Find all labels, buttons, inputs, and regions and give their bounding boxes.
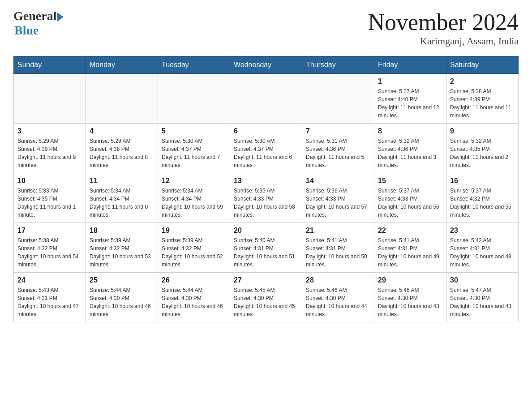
day-info: Sunrise: 5:41 AM Sunset: 4:31 PM Dayligh… — [306, 236, 370, 269]
calendar-week-row: 17Sunrise: 5:38 AM Sunset: 4:32 PM Dayli… — [14, 223, 519, 273]
logo-arrow-icon — [57, 13, 64, 21]
calendar-cell — [302, 74, 374, 124]
day-info: Sunrise: 5:28 AM Sunset: 4:39 PM Dayligh… — [450, 87, 515, 120]
day-info: Sunrise: 5:45 AM Sunset: 4:30 PM Dayligh… — [234, 286, 298, 318]
day-number: 2 — [450, 77, 515, 86]
day-number: 16 — [450, 177, 515, 185]
calendar-week-row: 10Sunrise: 5:33 AM Sunset: 4:35 PM Dayli… — [14, 173, 519, 223]
day-number: 14 — [306, 177, 370, 185]
day-number: 3 — [17, 127, 82, 135]
day-info: Sunrise: 5:44 AM Sunset: 4:30 PM Dayligh… — [162, 286, 226, 318]
day-info: Sunrise: 5:32 AM Sunset: 4:36 PM Dayligh… — [378, 137, 442, 169]
calendar-cell: 18Sunrise: 5:39 AM Sunset: 4:32 PM Dayli… — [86, 223, 158, 273]
day-number: 18 — [90, 227, 154, 235]
day-info: Sunrise: 5:35 AM Sunset: 4:33 PM Dayligh… — [234, 187, 298, 219]
day-number: 28 — [306, 276, 370, 284]
calendar-cell — [14, 74, 86, 124]
calendar-cell: 29Sunrise: 5:46 AM Sunset: 4:30 PM Dayli… — [374, 273, 446, 322]
day-info: Sunrise: 5:46 AM Sunset: 4:30 PM Dayligh… — [378, 286, 442, 318]
day-info: Sunrise: 5:41 AM Sunset: 4:31 PM Dayligh… — [378, 236, 442, 269]
calendar-cell: 11Sunrise: 5:34 AM Sunset: 4:34 PM Dayli… — [86, 173, 158, 223]
calendar-cell: 26Sunrise: 5:44 AM Sunset: 4:30 PM Dayli… — [158, 273, 230, 322]
day-number: 8 — [378, 127, 442, 135]
day-number: 1 — [378, 77, 442, 86]
day-number: 11 — [90, 177, 154, 185]
day-number: 30 — [450, 276, 515, 284]
logo-blue-text: Blue — [14, 23, 39, 38]
calendar-week-row: 24Sunrise: 5:43 AM Sunset: 4:31 PM Dayli… — [14, 273, 519, 322]
day-info: Sunrise: 5:31 AM Sunset: 4:36 PM Dayligh… — [306, 137, 370, 169]
calendar-cell: 2Sunrise: 5:28 AM Sunset: 4:39 PM Daylig… — [446, 74, 519, 124]
day-info: Sunrise: 5:39 AM Sunset: 4:32 PM Dayligh… — [162, 236, 226, 269]
calendar-cell: 4Sunrise: 5:29 AM Sunset: 4:38 PM Daylig… — [86, 124, 158, 173]
calendar-cell: 17Sunrise: 5:38 AM Sunset: 4:32 PM Dayli… — [14, 223, 86, 273]
day-info: Sunrise: 5:27 AM Sunset: 4:40 PM Dayligh… — [378, 87, 442, 120]
day-info: Sunrise: 5:37 AM Sunset: 4:32 PM Dayligh… — [450, 187, 515, 219]
day-number: 10 — [17, 177, 82, 185]
calendar-cell: 23Sunrise: 5:42 AM Sunset: 4:31 PM Dayli… — [446, 223, 519, 273]
day-info: Sunrise: 5:47 AM Sunset: 4:30 PM Dayligh… — [450, 286, 515, 318]
day-info: Sunrise: 5:38 AM Sunset: 4:32 PM Dayligh… — [17, 236, 82, 269]
day-info: Sunrise: 5:32 AM Sunset: 4:35 PM Dayligh… — [450, 137, 515, 169]
calendar-cell: 10Sunrise: 5:33 AM Sunset: 4:35 PM Dayli… — [14, 173, 86, 223]
calendar-cell — [158, 74, 230, 124]
day-number: 6 — [234, 127, 298, 135]
calendar-table: SundayMondayTuesdayWednesdayThursdayFrid… — [13, 56, 519, 322]
calendar-cell: 13Sunrise: 5:35 AM Sunset: 4:33 PM Dayli… — [230, 173, 302, 223]
calendar-cell: 6Sunrise: 5:30 AM Sunset: 4:37 PM Daylig… — [230, 124, 302, 173]
day-number: 7 — [306, 127, 370, 135]
calendar-cell: 8Sunrise: 5:32 AM Sunset: 4:36 PM Daylig… — [374, 124, 446, 173]
calendar-cell: 30Sunrise: 5:47 AM Sunset: 4:30 PM Dayli… — [446, 273, 519, 322]
weekday-header-saturday: Saturday — [446, 56, 519, 74]
calendar-cell: 25Sunrise: 5:44 AM Sunset: 4:30 PM Dayli… — [86, 273, 158, 322]
day-number: 21 — [306, 227, 370, 235]
day-info: Sunrise: 5:46 AM Sunset: 4:30 PM Dayligh… — [306, 286, 370, 318]
day-number: 15 — [378, 177, 442, 185]
logo: General Blue — [13, 9, 64, 38]
day-number: 12 — [162, 177, 226, 185]
calendar-subtitle: Karimganj, Assam, India — [368, 35, 519, 47]
day-info: Sunrise: 5:40 AM Sunset: 4:31 PM Dayligh… — [234, 236, 298, 269]
day-info: Sunrise: 5:37 AM Sunset: 4:33 PM Dayligh… — [378, 187, 442, 219]
day-info: Sunrise: 5:30 AM Sunset: 4:37 PM Dayligh… — [234, 137, 298, 169]
calendar-cell: 28Sunrise: 5:46 AM Sunset: 4:30 PM Dayli… — [302, 273, 374, 322]
page-header: General Blue November 2024 Karimganj, As… — [13, 9, 519, 47]
day-number: 9 — [450, 127, 515, 135]
day-number: 22 — [378, 227, 442, 235]
calendar-cell — [86, 74, 158, 124]
calendar-cell: 24Sunrise: 5:43 AM Sunset: 4:31 PM Dayli… — [14, 273, 86, 322]
calendar-cell: 27Sunrise: 5:45 AM Sunset: 4:30 PM Dayli… — [230, 273, 302, 322]
calendar-cell: 9Sunrise: 5:32 AM Sunset: 4:35 PM Daylig… — [446, 124, 519, 173]
weekday-header-tuesday: Tuesday — [158, 56, 230, 74]
day-number: 27 — [234, 276, 298, 284]
calendar-cell: 5Sunrise: 5:30 AM Sunset: 4:37 PM Daylig… — [158, 124, 230, 173]
day-number: 23 — [450, 227, 515, 235]
day-number: 26 — [162, 276, 226, 284]
day-info: Sunrise: 5:39 AM Sunset: 4:32 PM Dayligh… — [90, 236, 154, 269]
day-info: Sunrise: 5:33 AM Sunset: 4:35 PM Dayligh… — [17, 187, 82, 219]
weekday-header-thursday: Thursday — [302, 56, 374, 74]
day-info: Sunrise: 5:44 AM Sunset: 4:30 PM Dayligh… — [90, 286, 154, 318]
calendar-cell: 22Sunrise: 5:41 AM Sunset: 4:31 PM Dayli… — [374, 223, 446, 273]
calendar-cell: 20Sunrise: 5:40 AM Sunset: 4:31 PM Dayli… — [230, 223, 302, 273]
day-info: Sunrise: 5:36 AM Sunset: 4:33 PM Dayligh… — [306, 187, 370, 219]
calendar-cell: 16Sunrise: 5:37 AM Sunset: 4:32 PM Dayli… — [446, 173, 519, 223]
day-info: Sunrise: 5:30 AM Sunset: 4:37 PM Dayligh… — [162, 137, 226, 169]
calendar-cell — [230, 74, 302, 124]
calendar-cell: 7Sunrise: 5:31 AM Sunset: 4:36 PM Daylig… — [302, 124, 374, 173]
weekday-header-monday: Monday — [86, 56, 158, 74]
calendar-cell: 19Sunrise: 5:39 AM Sunset: 4:32 PM Dayli… — [158, 223, 230, 273]
weekday-header-sunday: Sunday — [14, 56, 86, 74]
day-info: Sunrise: 5:42 AM Sunset: 4:31 PM Dayligh… — [450, 236, 515, 269]
calendar-cell: 15Sunrise: 5:37 AM Sunset: 4:33 PM Dayli… — [374, 173, 446, 223]
day-number: 4 — [90, 127, 154, 135]
day-info: Sunrise: 5:29 AM Sunset: 4:38 PM Dayligh… — [90, 137, 154, 169]
weekday-header-wednesday: Wednesday — [230, 56, 302, 74]
day-number: 19 — [162, 227, 226, 235]
calendar-cell: 1Sunrise: 5:27 AM Sunset: 4:40 PM Daylig… — [374, 74, 446, 124]
calendar-cell: 12Sunrise: 5:34 AM Sunset: 4:34 PM Dayli… — [158, 173, 230, 223]
day-info: Sunrise: 5:34 AM Sunset: 4:34 PM Dayligh… — [162, 187, 226, 219]
calendar-cell: 21Sunrise: 5:41 AM Sunset: 4:31 PM Dayli… — [302, 223, 374, 273]
day-number: 5 — [162, 127, 226, 135]
title-area: November 2024 Karimganj, Assam, India — [368, 9, 519, 47]
